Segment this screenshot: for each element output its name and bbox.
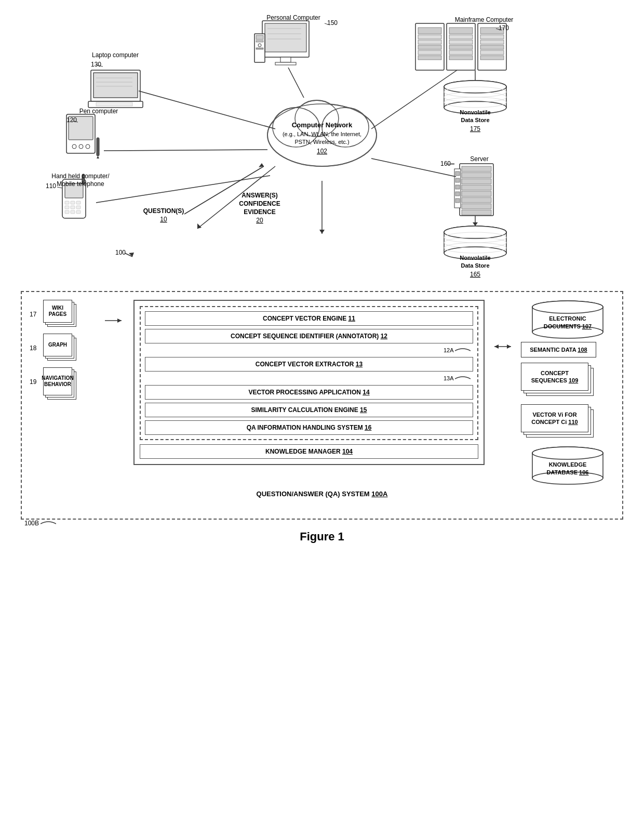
svg-text:Server: Server <box>470 155 488 163</box>
graph-label: GRAPH <box>48 342 67 348</box>
svg-marker-159 <box>507 344 511 349</box>
svg-rect-53 <box>449 45 473 49</box>
engine-inner-dashed: CONCEPT VECTOR ENGINE 11 CONCEPT SEQUENC… <box>140 306 478 440</box>
svg-rect-118 <box>71 201 75 204</box>
svg-marker-158 <box>494 344 499 349</box>
svg-rect-90 <box>455 198 460 203</box>
svg-text:CONFIDENCE: CONFIDENCE <box>239 200 280 207</box>
inner-layout: 17 WIKI PAGES <box>30 300 614 485</box>
svg-rect-86 <box>455 171 460 176</box>
svg-rect-43 <box>418 28 441 34</box>
svg-marker-141 <box>319 230 325 234</box>
svg-rect-61 <box>480 50 504 55</box>
right-data-store: ELECTRONIC DOCUMENTS 107 SEMANTIC DATA 1… <box>521 300 614 485</box>
svg-rect-62 <box>480 56 504 60</box>
figure-label: Figure 1 <box>10 530 634 543</box>
svg-rect-78 <box>462 173 491 178</box>
svg-text:100: 100 <box>115 249 126 256</box>
system-100b-label: 100B <box>24 520 56 528</box>
source-wiki: 17 WIKI PAGES <box>30 300 97 328</box>
svg-point-169 <box>532 447 603 459</box>
page: Computer Network (e.g., LAN, WLAN, the I… <box>0 0 644 822</box>
svg-text:150: 150 <box>327 19 338 26</box>
svg-rect-80 <box>462 185 491 190</box>
svg-text:10: 10 <box>160 216 167 223</box>
svg-rect-33 <box>275 62 296 65</box>
concept-sequences-label: CONCEPTSEQUENCES 109 <box>531 369 579 385</box>
wiki-ref: 17 <box>30 311 40 318</box>
svg-rect-17 <box>93 73 138 98</box>
main-system-box: 17 WIKI PAGES <box>21 291 623 520</box>
concept-vector-engine-row: CONCEPT VECTOR ENGINE 11 <box>145 311 473 326</box>
svg-rect-124 <box>71 210 75 214</box>
nav-ref: 19 <box>30 378 40 386</box>
svg-text:ELECTRONIC: ELECTRONIC <box>549 315 586 322</box>
svg-rect-23 <box>96 102 132 106</box>
svg-marker-111 <box>97 156 99 158</box>
source-graph: 18 GRAPH <box>30 334 97 362</box>
svg-rect-125 <box>76 210 81 214</box>
svg-rect-54 <box>449 50 473 55</box>
svg-rect-48 <box>418 56 441 60</box>
svg-text:Mainframe Computer: Mainframe Computer <box>455 16 514 23</box>
wiki-label: WIKI PAGES <box>44 305 72 317</box>
svg-text:Data Store: Data Store <box>461 262 489 269</box>
engine-outer-box: CONCEPT VECTOR ENGINE 11 CONCEPT SEQUENC… <box>133 300 485 465</box>
svg-text:KNOWLEDGE: KNOWLEDGE <box>548 461 586 468</box>
svg-rect-45 <box>418 40 441 44</box>
svg-rect-35 <box>256 35 263 39</box>
qa-system-label: QUESTION/ANSWER (QA) SYSTEM 100A <box>30 490 614 498</box>
sub-label-13a: 13A <box>145 375 473 383</box>
svg-text:120: 120 <box>66 116 77 124</box>
svg-text:PSTN, Wireless, etc.): PSTN, Wireless, etc.) <box>294 139 349 145</box>
bottom-section: 17 WIKI PAGES <box>10 291 634 520</box>
svg-rect-123 <box>65 210 69 214</box>
svg-text:175: 175 <box>470 125 480 132</box>
svg-rect-58 <box>480 35 504 39</box>
left-sources: 17 WIKI PAGES <box>30 300 97 396</box>
svg-rect-84 <box>462 210 491 215</box>
electronic-docs-item: ELECTRONIC DOCUMENTS 107 <box>521 300 614 339</box>
svg-text:Nonvolatile: Nonvolatile <box>460 109 490 115</box>
svg-point-108 <box>79 144 83 149</box>
svg-text:Personal Computer: Personal Computer <box>266 14 320 21</box>
graph-ref: 18 <box>30 344 40 352</box>
svg-marker-156 <box>117 319 122 323</box>
svg-rect-110 <box>97 138 99 156</box>
knowledge-db-cylinder: KNOWLEDGE DATABASE 106 <box>530 446 606 485</box>
knowledge-db-item: KNOWLEDGE DATABASE 106 <box>521 446 614 485</box>
svg-rect-89 <box>455 192 460 196</box>
svg-rect-77 <box>462 166 491 171</box>
vector-vi-item: VECTOR Vi FORCONCEPT Ci 110 <box>521 404 596 441</box>
svg-text:160: 160 <box>440 160 451 167</box>
concept-sequence-row: CONCEPT SEQUENCE IDENTIFIER (ANNOTATOR) … <box>145 329 473 343</box>
left-arrow-area <box>105 300 126 326</box>
svg-rect-46 <box>418 45 441 49</box>
electronic-docs-cylinder: ELECTRONIC DOCUMENTS 107 <box>530 300 606 339</box>
svg-text:EVIDENCE: EVIDENCE <box>244 208 275 216</box>
svg-text:170: 170 <box>499 24 509 32</box>
svg-text:Mobile telephone: Mobile telephone <box>57 180 104 188</box>
svg-rect-121 <box>71 206 75 209</box>
svg-text:DOCUMENTS 107: DOCUMENTS 107 <box>543 323 591 329</box>
svg-rect-50 <box>449 28 473 34</box>
svg-rect-120 <box>65 206 69 209</box>
svg-rect-47 <box>418 50 441 55</box>
diagram-container: Computer Network (e.g., LAN, WLAN, the I… <box>10 10 634 543</box>
vector-processing-row: VECTOR PROCESSING APPLICATION 14 <box>145 385 473 400</box>
knowledge-manager-row: KNOWLEDGE MANAGER 104 <box>140 444 478 459</box>
concept-vector-extractor-row: CONCEPT VECTOR EXTRACTOR 13 <box>145 357 473 372</box>
svg-rect-52 <box>449 40 473 44</box>
svg-text:Pen computer: Pen computer <box>79 108 118 115</box>
svg-rect-59 <box>480 40 504 44</box>
svg-text:130: 130 <box>91 61 101 68</box>
qa-info-row: QA INFORMATION HANDLING SYSTEM 16 <box>145 420 473 435</box>
svg-rect-119 <box>76 201 81 204</box>
svg-text:165: 165 <box>470 271 480 278</box>
svg-rect-82 <box>462 197 491 203</box>
svg-rect-81 <box>462 191 491 196</box>
semantic-data-box: SEMANTIC DATA 108 <box>521 342 596 357</box>
svg-line-134 <box>104 150 267 151</box>
svg-point-107 <box>72 144 76 149</box>
svg-point-109 <box>86 144 90 149</box>
